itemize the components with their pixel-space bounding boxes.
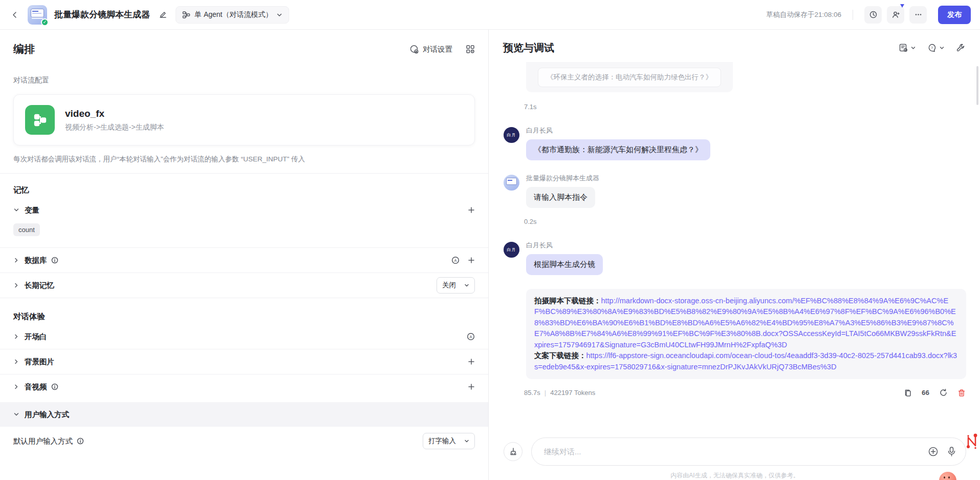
copy-button[interactable]	[904, 389, 912, 397]
default-input-row: 默认用户输入方式 打字输入	[0, 429, 488, 453]
regenerate-button[interactable]	[939, 388, 948, 397]
divider	[853, 10, 853, 20]
more-button[interactable]	[909, 6, 927, 24]
message-bubble[interactable]: 《都市通勤族：新能源汽车如何解决里程焦虑？》	[526, 139, 710, 160]
chevron-down-icon	[13, 411, 19, 418]
chevron-down-icon	[13, 207, 19, 213]
database-label: 数据库	[25, 256, 47, 265]
longterm-memory-select[interactable]: 关闭	[437, 277, 475, 294]
edit-title-button[interactable]	[155, 7, 170, 23]
chat-settings-icon	[409, 45, 419, 54]
default-input-select[interactable]: 打字输入	[423, 433, 475, 449]
clear-context-button[interactable]	[504, 442, 522, 461]
opening-label: 开场白	[25, 332, 47, 342]
workflow-card[interactable]: video_fx 视频分析->生成选题->生成脚本	[13, 94, 475, 145]
suggestion-pill[interactable]: 《环保主义者的选择：电动汽车如何助力绿色出行？》	[538, 68, 721, 87]
chevron-right-icon	[13, 282, 19, 288]
database-row[interactable]: 数据库 A	[0, 248, 488, 273]
divider	[0, 298, 488, 298]
delete-button[interactable]	[957, 389, 966, 397]
user-message: 白月 白月长风 《都市通勤族：新能源汽车如何解决里程焦虑？》	[504, 126, 966, 160]
preview-title: 预览与调试	[503, 41, 554, 55]
latency-label: 7.1s	[524, 103, 966, 111]
result-card: 拍摄脚本下载链接：http://markdown-docx-storage.os…	[526, 289, 966, 379]
workflow-icon	[182, 11, 190, 19]
top-bar: ✓ 批量爆款分镜脚本生成器 单 Agent（对话流模式） 草稿自动保存于21:0…	[0, 0, 980, 30]
user-name: 白月长风	[526, 241, 966, 250]
audio-video-label: 音视频	[25, 382, 47, 392]
longterm-memory-value: 关闭	[442, 281, 456, 290]
quote-button[interactable]: 66	[922, 389, 929, 396]
auto-badge-icon[interactable]: A	[451, 256, 460, 264]
longterm-memory-row[interactable]: 长期记忆 关闭	[0, 273, 488, 298]
published-check-icon: ✓	[41, 18, 49, 26]
message-bubble[interactable]: 根据脚本生成分镜	[526, 254, 603, 275]
chevron-left-icon	[11, 11, 19, 19]
add-audio-video-button[interactable]	[468, 383, 475, 390]
grid-icon	[466, 45, 475, 54]
generation-stats: 85.7s | 422197 Tokens 66	[524, 388, 966, 397]
chat-input[interactable]	[544, 447, 920, 456]
tools-button[interactable]	[956, 43, 966, 53]
message-bubble[interactable]: 请输入脚本指令	[526, 187, 595, 208]
debug-panel-button[interactable]	[899, 43, 916, 53]
info-icon	[51, 383, 58, 390]
add-variable-button[interactable]	[468, 206, 475, 214]
history-clock-icon	[869, 10, 878, 19]
app-title: 批量爆款分镜脚本生成器	[54, 9, 150, 20]
generation-time: 85.7s	[524, 389, 540, 396]
chevron-right-icon	[13, 257, 19, 263]
user-name: 白月长风	[526, 126, 966, 135]
dialog-settings-button[interactable]: 对话设置	[409, 45, 452, 54]
variables-label: 变量	[25, 205, 39, 215]
ellipsis-icon	[914, 10, 923, 19]
layout-grid-button[interactable]	[466, 45, 475, 54]
chevron-right-icon	[13, 359, 19, 365]
workflow-card-icon	[25, 105, 55, 135]
scrollbar-thumb[interactable]	[976, 66, 978, 105]
background-image-row[interactable]: 背景图片	[0, 349, 488, 374]
chat-scroll-area[interactable]: 《环保主义者的选择：电动汽车如何助力绿色出行？》 7.1s 白月 白月长风 《都…	[489, 62, 980, 437]
agent-mode-selector[interactable]: 单 Agent（对话流模式）	[176, 6, 289, 24]
variables-row[interactable]: 变量	[0, 198, 488, 222]
autosave-status: 草稿自动保存于21:08:06	[766, 10, 841, 19]
memory-section-title: 记忆	[0, 185, 488, 196]
agent-brain-button[interactable]: ?	[927, 43, 945, 53]
auto-badge-icon[interactable]: A	[467, 332, 475, 341]
bot-message: 批量爆款分镜脚本生成器 请输入脚本指令	[504, 174, 966, 208]
info-icon	[51, 257, 58, 264]
user-avatar: 白月	[504, 127, 519, 143]
experience-section-title: 对话体验	[0, 311, 488, 322]
workflow-description: 视频分析->生成选题->生成脚本	[65, 123, 164, 132]
chevron-down-icon	[939, 45, 945, 51]
add-background-button[interactable]	[468, 358, 475, 365]
publish-button[interactable]: 发布	[938, 6, 971, 24]
token-count: 422197 Tokens	[550, 389, 595, 396]
input-mode-row[interactable]: 用户输入方式	[0, 402, 488, 427]
svg-text:A: A	[454, 258, 456, 263]
pencil-icon	[159, 10, 167, 19]
user-avatar: 白月	[504, 242, 519, 258]
copy-download-link[interactable]: https://lf6-appstore-sign.oceancloudapi.…	[534, 351, 957, 370]
microphone-button[interactable]	[947, 446, 956, 457]
preview-panel: 预览与调试 ? 《环保主义者的选择：电动汽车如何助力绿色出行？》	[489, 30, 980, 480]
chevron-right-icon	[13, 384, 19, 390]
add-database-button[interactable]	[468, 257, 475, 264]
chevron-down-icon	[276, 12, 282, 18]
user-message: 白月 白月长风 根据脚本生成分镜	[504, 241, 966, 275]
suggestion-card: 《环保主义者的选择：电动汽车如何助力绿色出行？》	[526, 62, 733, 92]
collaboration-button[interactable]	[887, 6, 904, 24]
dialog-settings-label: 对话设置	[423, 45, 452, 54]
broom-icon	[509, 447, 518, 456]
longterm-memory-label: 长期记忆	[25, 281, 54, 290]
variable-chip[interactable]: count	[13, 223, 40, 236]
audio-video-row[interactable]: 音视频	[0, 374, 488, 399]
history-button[interactable]	[864, 6, 882, 24]
bot-name: 批量爆款分镜脚本生成器	[526, 174, 966, 183]
back-button[interactable]	[7, 7, 23, 23]
workflow-note: 每次对话都会调用该对话流，用户“本轮对话输入”会作为对话流的输入参数 “USER…	[0, 155, 488, 164]
bot-avatar	[504, 175, 519, 191]
ai-disclaimer: 内容由AI生成，无法确保真实准确，仅供参考。	[504, 471, 966, 480]
opening-row[interactable]: 开场白 A	[0, 324, 488, 349]
attach-plus-button[interactable]	[928, 446, 939, 457]
